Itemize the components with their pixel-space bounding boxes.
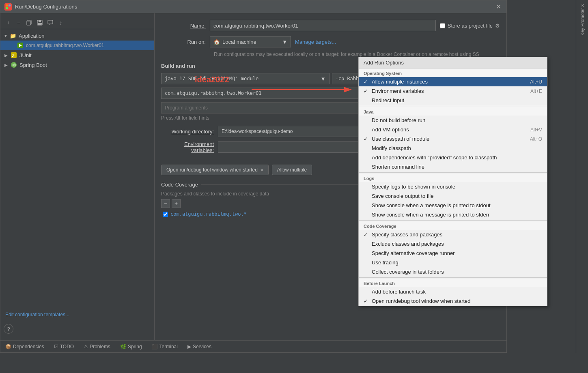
dependencies-icon: 📦 bbox=[5, 344, 11, 349]
shorten-cmd-label: Shorten command line bbox=[372, 164, 424, 170]
application-label: Application bbox=[19, 33, 45, 39]
menu-item-alt-runner[interactable]: Specify alternative coverage runner bbox=[359, 249, 547, 258]
status-bar: 📦 Dependencies ☑ TODO ⚠ Problems 🌿 Sprin… bbox=[0, 340, 506, 352]
svg-rect-5 bbox=[27, 21, 30, 25]
tab-terminal[interactable]: ⬛ Terminal bbox=[150, 344, 179, 349]
run-on-dropdown[interactable]: 🏠 Local machine ▼ bbox=[210, 36, 291, 47]
menu-item-use-classpath[interactable]: ✓ Use classpath of module Alt+O bbox=[359, 134, 547, 144]
svg-rect-1 bbox=[9, 4, 11, 6]
menu-item-allow-multiple[interactable]: ✓ Allow multiple instances Alt+U bbox=[359, 77, 547, 86]
tree-item-junit[interactable]: ▶ J JUnit bbox=[0, 50, 154, 60]
arrow-junit: ▶ bbox=[4, 53, 10, 58]
store-checkbox[interactable] bbox=[440, 23, 445, 28]
sort-config-button[interactable]: ↕ bbox=[56, 18, 65, 27]
section-operating-system: Operating System bbox=[359, 69, 547, 77]
redirect-label: Redirect input bbox=[372, 97, 404, 103]
add-coverage-btn[interactable]: + bbox=[172, 199, 181, 208]
todo-icon: ☑ bbox=[54, 344, 58, 349]
remove-config-button[interactable]: − bbox=[14, 18, 23, 27]
menu-item-tracing[interactable]: Use tracing bbox=[359, 258, 547, 267]
env-vars-menu-label: Environment variables bbox=[372, 88, 424, 94]
section-code-coverage: Code Coverage bbox=[359, 221, 547, 230]
menu-item-save-console[interactable]: Save console output to file bbox=[359, 191, 547, 201]
section-java: Java bbox=[359, 107, 547, 116]
tab-dependencies[interactable]: 📦 Dependencies bbox=[4, 344, 46, 349]
arrow-application: ▼ bbox=[4, 34, 9, 38]
save-config-button[interactable] bbox=[35, 18, 44, 27]
menu-item-show-stderr[interactable]: Show console when a message is printed t… bbox=[359, 210, 547, 219]
tree-item-application[interactable]: ▼ 📁 Application bbox=[0, 31, 154, 41]
tab-todo[interactable]: ☑ TODO bbox=[52, 344, 75, 349]
menu-item-open-run-debug[interactable]: ✓ Open run/debug tool window when starte… bbox=[359, 296, 547, 306]
manage-targets-link[interactable]: Manage targets... bbox=[295, 39, 336, 45]
menu-item-redirect-input[interactable]: Redirect input bbox=[359, 96, 547, 105]
store-project-row: Store as project file ⚙ bbox=[440, 23, 500, 29]
tracing-label: Use tracing bbox=[372, 259, 398, 266]
allow-multiple-label: Allow multiple instances bbox=[372, 79, 428, 85]
local-machine-text: Local machine bbox=[222, 39, 256, 45]
menu-item-show-stdout[interactable]: Show console when a message is printed t… bbox=[359, 201, 547, 210]
divider-3 bbox=[359, 220, 547, 221]
tab-problems[interactable]: ⚠ Problems bbox=[82, 344, 112, 349]
help-button[interactable]: ? bbox=[4, 324, 13, 334]
problems-label: Problems bbox=[90, 344, 110, 349]
allow-multiple-btn[interactable]: Allow multiple bbox=[272, 165, 312, 175]
terminal-icon: ⬛ bbox=[152, 344, 158, 349]
remove-coverage-btn[interactable]: − bbox=[161, 199, 170, 208]
coverage-pattern: com.atguigu.rabbitmq.two.* bbox=[170, 211, 247, 217]
divider-2 bbox=[359, 172, 547, 173]
store-label: Store as project file bbox=[448, 23, 493, 29]
add-vm-label: Add VM options bbox=[372, 126, 409, 133]
menu-item-env-vars[interactable]: ✓ Environment variables Alt+E bbox=[359, 86, 547, 96]
menu-item-add-vm[interactable]: Add VM options Alt+V bbox=[359, 125, 547, 134]
sdk-dropdown[interactable]: java 17 SDK of 'RabbitMQ' module ▼ bbox=[161, 73, 330, 84]
menu-item-shorten-cmd[interactable]: Shorten command line bbox=[359, 162, 547, 171]
add-config-button[interactable]: + bbox=[4, 18, 13, 27]
open-btn-label: Open run/debug tool window when started bbox=[166, 167, 258, 173]
copy-config-button[interactable] bbox=[25, 18, 34, 27]
check-allow-multiple: ✓ bbox=[364, 79, 370, 85]
spring-label: Spring bbox=[128, 344, 142, 349]
name-input[interactable] bbox=[210, 20, 436, 31]
menu-item-exclude-classes[interactable]: Exclude classes and packages bbox=[359, 239, 547, 249]
svg-text:J: J bbox=[12, 54, 14, 58]
section-logs: Logs bbox=[359, 174, 547, 182]
check-open-run-debug: ✓ bbox=[364, 298, 370, 304]
svg-rect-9 bbox=[48, 20, 53, 24]
coverage-checkbox[interactable] bbox=[163, 212, 168, 217]
tab-spring[interactable]: 🌿 Spring bbox=[118, 344, 144, 349]
add-before-launch-label: Add before launch task bbox=[372, 289, 426, 295]
junit-label: JUnit bbox=[19, 52, 32, 58]
menu-item-add-deps[interactable]: Add dependencies with "provided" scope t… bbox=[359, 153, 547, 162]
springboot-icon: ⚙ bbox=[10, 61, 17, 69]
svg-rect-0 bbox=[6, 4, 8, 6]
remove-tag-icon[interactable]: ✕ bbox=[260, 168, 263, 172]
menu-item-specify-logs[interactable]: Specify logs to be shown in console bbox=[359, 182, 547, 191]
menu-item-no-build[interactable]: Do not build before run bbox=[359, 116, 547, 125]
svg-rect-8 bbox=[38, 23, 42, 25]
menu-item-specify-classes[interactable]: ✓ Specify classes and packages bbox=[359, 230, 547, 239]
key-promoter-x-label[interactable]: Key Promoter X bbox=[580, 4, 585, 36]
move-config-button[interactable] bbox=[46, 18, 55, 27]
shortcut-allow-multiple: Alt+U bbox=[530, 79, 542, 85]
no-build-label: Do not build before run bbox=[372, 117, 425, 123]
close-button[interactable]: ✕ bbox=[494, 3, 502, 11]
modify-classpath-label: Modify classpath bbox=[372, 145, 411, 151]
gear-icon[interactable]: ⚙ bbox=[495, 23, 500, 29]
title-bar: Run/Debug Configurations ✕ bbox=[0, 0, 506, 13]
menu-item-modify-classpath[interactable]: Modify classpath bbox=[359, 144, 547, 153]
alt-runner-label: Specify alternative coverage runner bbox=[372, 250, 455, 256]
springboot-label: Spring Boot bbox=[19, 62, 47, 68]
exclude-classes-label: Exclude classes and packages bbox=[372, 241, 444, 247]
tab-services[interactable]: ▶ Services bbox=[186, 344, 213, 349]
window-title: Run/Debug Configurations bbox=[15, 4, 494, 10]
menu-item-test-folders[interactable]: Collect coverage in test folders bbox=[359, 267, 547, 277]
svg-rect-2 bbox=[6, 7, 8, 9]
tree-item-springboot[interactable]: ▶ ⚙ Spring Boot bbox=[0, 60, 154, 70]
svg-rect-7 bbox=[39, 20, 41, 22]
shortcut-use-classpath: Alt+O bbox=[530, 136, 542, 142]
menu-item-add-before-launch[interactable]: Add before launch task bbox=[359, 287, 547, 296]
tree-item-worker01[interactable]: com.atguigu.rabbitmq.two.Worker01 bbox=[0, 41, 154, 50]
edit-templates-link[interactable]: Edit configuration templates... bbox=[0, 309, 154, 321]
open-run-debug-btn[interactable]: Open run/debug tool window when started … bbox=[161, 165, 269, 175]
